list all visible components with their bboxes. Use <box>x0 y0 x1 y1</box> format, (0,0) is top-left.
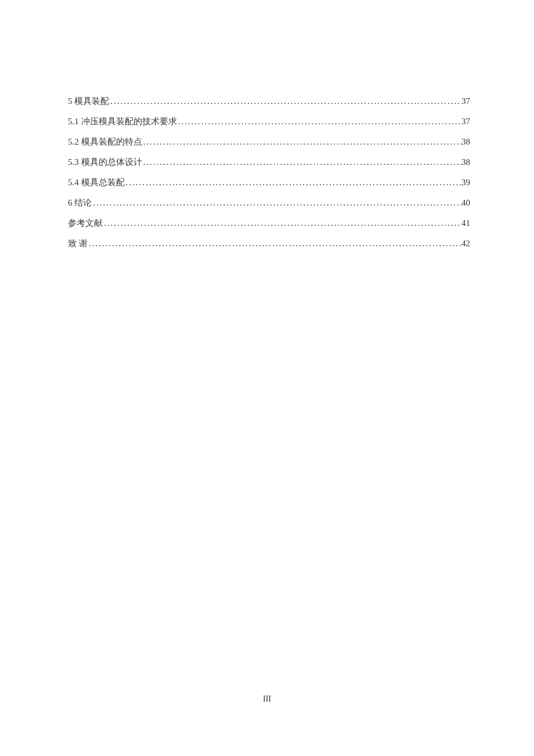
toc-entry-title: 5.2 模具装配的特点 <box>68 136 142 147</box>
toc-entry-title: 5 模具装配 <box>68 96 109 107</box>
toc-entry-page: 37 <box>461 96 470 106</box>
toc-entry-title: 5.1 冲压模具装配的技术要求 <box>68 116 177 127</box>
toc-entry: 6 结论 40 <box>68 197 470 208</box>
document-page: 5 模具装配 37 5.1 冲压模具装配的技术要求 37 5.2 模具装配的特点… <box>0 0 534 249</box>
toc-entry-page: 40 <box>461 198 470 208</box>
toc-entry-title: 6 结论 <box>68 197 92 208</box>
toc-entry-page: 41 <box>461 218 470 228</box>
toc-entry-title: 5.3 模具的总体设计 <box>68 157 142 168</box>
toc-entry-leader <box>142 157 462 167</box>
toc-entry-page: 42 <box>461 239 470 249</box>
toc-entry-page: 38 <box>461 137 470 147</box>
toc-entry-leader <box>125 178 462 188</box>
toc-entry-leader <box>142 137 462 147</box>
toc-entry-leader <box>109 96 461 106</box>
toc-entry: 5.2 模具装配的特点 38 <box>68 136 470 147</box>
toc-entry-page: 37 <box>461 117 470 127</box>
toc-entry-page: 38 <box>461 157 470 167</box>
toc-entry-leader <box>103 218 461 228</box>
toc-entry-leader <box>92 198 461 208</box>
page-number: III <box>0 694 534 704</box>
toc-entry-title: 参考文献 <box>68 218 103 229</box>
toc-entry-leader <box>88 239 461 249</box>
toc-entry: 5.1 冲压模具装配的技术要求 37 <box>68 116 470 127</box>
toc-entry: 5.3 模具的总体设计 38 <box>68 157 470 168</box>
toc-entry-leader <box>177 117 462 127</box>
toc-entry-page: 39 <box>461 178 470 188</box>
toc-entry-title: 5.4 模具总装配 <box>68 177 125 188</box>
toc-entry-title: 致 谢 <box>68 238 88 249</box>
toc-entry: 参考文献 41 <box>68 218 470 229</box>
toc-entry: 5.4 模具总装配 39 <box>68 177 470 188</box>
toc-entry: 致 谢 42 <box>68 238 470 249</box>
toc-entry: 5 模具装配 37 <box>68 96 470 107</box>
